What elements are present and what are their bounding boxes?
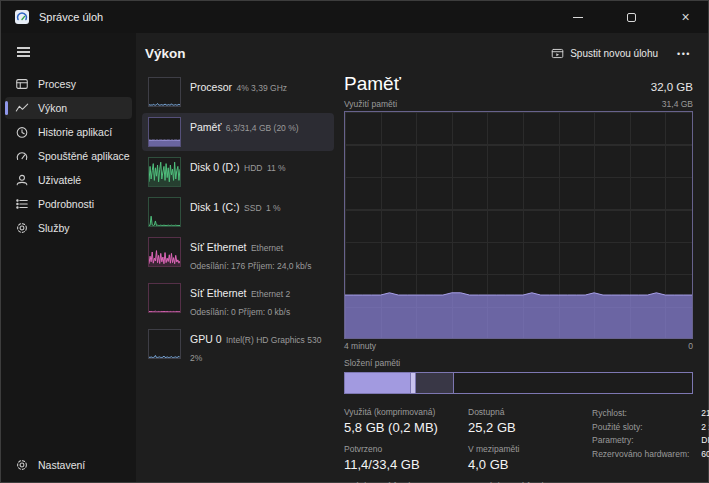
stat-cached: V mezipaměti 4,0 GB — [468, 444, 572, 472]
stat-committed: Potvrzeno 11,4/33,4 GB — [344, 444, 462, 472]
content-header: Výkon Spustit novou úlohu ••• — [136, 33, 708, 66]
perf-item-name: Paměť — [190, 121, 221, 133]
scale-max-label: 31,4 GB — [662, 99, 693, 109]
memory-sparkline — [148, 117, 181, 147]
composition-label: Složení paměti — [344, 358, 693, 368]
perf-item-disk1[interactable]: Disk 1 (C:) SSD 1 % — [142, 193, 334, 231]
details-icon — [15, 197, 29, 211]
perf-item-detail: 6,3/31,4 GB (20 %) — [226, 123, 299, 133]
memory-stats: Využitá (komprimovaná) 5,8 GB (0,2 MB) D… — [344, 407, 572, 483]
sidebar-item-sluzby[interactable]: Služby — [5, 217, 132, 239]
perf-item-detail: 11 % — [267, 163, 286, 173]
memory-usage-area — [345, 112, 692, 338]
perf-item-detail: 4% 3,39 GHz — [236, 83, 287, 93]
startup-apps-icon — [15, 149, 29, 163]
minimize-icon — [573, 17, 583, 18]
cpu-sparkline — [148, 77, 181, 107]
gpu-sparkline — [148, 329, 181, 359]
task-manager-window: Správce úloh × Procesy — [0, 0, 709, 483]
usage-label: Využití paměti — [344, 99, 397, 109]
perf-item-detail: Odesílání: 0 Příjem: 0 kb/s — [190, 307, 290, 317]
app-history-icon — [15, 125, 29, 139]
performance-icon — [15, 101, 29, 115]
perf-item-detail: Ethernet — [251, 243, 283, 253]
perf-item-name: Procesor — [190, 81, 232, 93]
page-title: Výkon — [145, 46, 186, 61]
perf-item-name: Síť Ethernet — [190, 241, 246, 253]
sidebar-item-podrobnosti[interactable]: Podrobnosti — [5, 193, 132, 215]
memory-detail-panel: Paměť 32,0 GB Využití paměti 31,4 GB 4 m… — [334, 73, 708, 482]
memory-usage-chart — [344, 111, 693, 339]
perf-item-name: Disk 0 (D:) — [190, 161, 240, 173]
perf-item-detail: HDD — [244, 163, 262, 173]
stat-available: Dostupná 25,2 GB — [468, 407, 572, 435]
disk1-sparkline — [148, 197, 181, 227]
perf-item-ethernet1[interactable]: Síť Ethernet Ethernet Odesílání: 176 Pří… — [142, 233, 334, 277]
window-title: Správce úloh — [39, 11, 103, 23]
services-gear-icon — [15, 221, 29, 235]
sidebar-item-procesy[interactable]: Procesy — [5, 73, 132, 95]
more-options-button[interactable]: ••• — [670, 45, 698, 63]
perf-item-name: GPU 0 — [190, 333, 222, 345]
perf-item-cpu[interactable]: Procesor 4% 3,39 GHz — [142, 73, 334, 111]
sidebar-item-uzivatele[interactable]: Uživatelé — [5, 169, 132, 191]
maximize-button[interactable] — [609, 1, 654, 33]
sidebar-item-label: Služby — [38, 222, 70, 234]
sidebar-item-historie-aplikaci[interactable]: Historie aplikací — [5, 121, 132, 143]
run-new-task-label: Spustit novou úlohu — [570, 48, 658, 59]
perf-item-detail: Odesílání: 176 Příjem: 24,0 kb/s — [190, 261, 311, 271]
disk0-sparkline — [148, 157, 181, 187]
composition-standby — [416, 373, 454, 393]
sidebar-item-label: Uživatelé — [38, 174, 81, 186]
sidebar-item-vykon[interactable]: Výkon — [5, 97, 132, 119]
run-new-task-icon — [551, 47, 564, 60]
content-area: Výkon Spustit novou úlohu ••• — [136, 33, 708, 482]
sidebar-item-spoustene-aplikace[interactable]: Spouštěné aplikace — [5, 145, 132, 167]
sidebar-item-nastaveni[interactable]: Nastavení — [5, 454, 132, 476]
hamburger-icon — [17, 47, 30, 48]
time-axis-end: 0 — [688, 341, 693, 351]
sidebar: Procesy Výkon Historie aplikací — [1, 33, 136, 482]
memory-total-capacity: 32,0 GB — [651, 81, 693, 95]
perf-item-disk0[interactable]: Disk 0 (D:) HDD 11 % — [142, 153, 334, 191]
users-icon — [15, 173, 29, 187]
titlebar: Správce úloh × — [1, 1, 708, 33]
perf-item-detail: 2% — [190, 353, 202, 363]
perf-item-name: Síť Ethernet — [190, 287, 246, 299]
close-button[interactable]: × — [663, 1, 708, 33]
ethernet1-sparkline — [148, 237, 181, 267]
perf-item-ethernet2[interactable]: Síť Ethernet Ethernet 2 Odesílání: 0 Pří… — [142, 279, 334, 323]
sidebar-item-label: Výkon — [38, 102, 67, 114]
sidebar-item-label: Podrobnosti — [38, 198, 94, 210]
sidebar-item-label: Historie aplikací — [38, 126, 112, 138]
run-new-task-button[interactable]: Spustit novou úlohu — [543, 43, 666, 64]
selection-accent — [5, 101, 8, 115]
sidebar-nav: Procesy Výkon Historie aplikací — [1, 73, 136, 239]
task-manager-app-icon — [14, 9, 30, 25]
perf-item-detail: SSD — [244, 203, 261, 213]
perf-item-detail: Ethernet 2 — [251, 289, 290, 299]
menu-button[interactable] — [8, 40, 38, 64]
memory-hardware-info: Rychlost: 2133 MHz Použité sloty: 2 z 4 … — [592, 408, 709, 483]
processes-icon — [15, 77, 29, 91]
memory-title: Paměť — [344, 73, 401, 95]
perf-item-memory[interactable]: Paměť 6,3/31,4 GB (20 %) — [142, 113, 334, 151]
perf-item-gpu[interactable]: GPU 0 Intel(R) HD Graphics 530 2% — [142, 325, 334, 369]
perf-item-detail: Intel(R) HD Graphics 530 — [226, 335, 321, 345]
perf-item-detail: 1 % — [266, 203, 281, 213]
settings-gear-icon — [15, 458, 29, 472]
sidebar-item-label: Spouštěné aplikace — [38, 150, 130, 162]
perf-item-name: Disk 1 (C:) — [190, 201, 240, 213]
maximize-icon — [627, 13, 636, 22]
sidebar-item-label: Nastavení — [38, 459, 85, 471]
sidebar-item-label: Procesy — [38, 78, 76, 90]
composition-free — [454, 373, 692, 393]
performance-list: Procesor 4% 3,39 GHz Paměť 6,3/31,4 GB (… — [142, 73, 334, 482]
stat-in-use: Využitá (komprimovaná) 5,8 GB (0,2 MB) — [344, 407, 462, 435]
composition-in-use — [345, 373, 411, 393]
ethernet2-sparkline — [148, 283, 181, 313]
time-axis-start: 4 minuty — [344, 341, 376, 351]
memory-composition-bar[interactable] — [344, 372, 693, 394]
minimize-button[interactable] — [555, 1, 600, 33]
